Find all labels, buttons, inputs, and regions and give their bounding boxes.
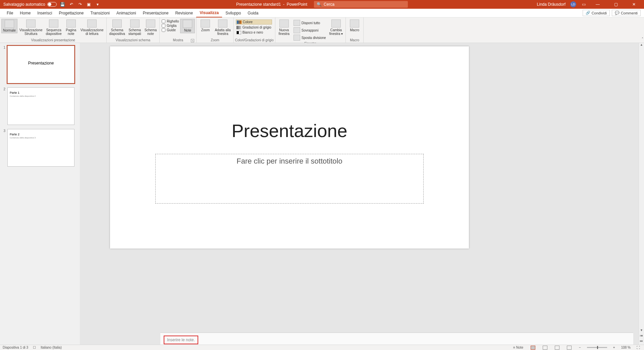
- toggle-icon: [47, 2, 57, 7]
- slide-master-button[interactable]: Schema diapositiva: [108, 19, 126, 36]
- qat-customize-icon[interactable]: ▾: [95, 2, 100, 7]
- fit-to-window-button[interactable]: Adatta alla finestra: [213, 19, 232, 36]
- avatar[interactable]: LD: [570, 1, 576, 7]
- grayscale-button[interactable]: Gradazioni di grigio: [236, 25, 272, 30]
- sorter-view-status-icon: [543, 346, 547, 350]
- normal-view-button[interactable]: Normale: [1, 19, 17, 33]
- group-label: Zoom: [198, 38, 232, 43]
- thumbnail-row: 2 Parte 1 Contenuto della diapositiva 2: [0, 87, 80, 128]
- tab-file[interactable]: File: [3, 9, 16, 17]
- accessibility-icon[interactable]: ☐: [33, 346, 36, 349]
- redo-icon[interactable]: ↷: [77, 2, 83, 7]
- tab-design[interactable]: Progettazione: [55, 9, 87, 17]
- group-label: Colori/Gradazioni di grigio: [235, 38, 274, 43]
- outline-view-button[interactable]: Visualizzazione Struttura: [18, 19, 44, 36]
- color-button[interactable]: Colore: [236, 19, 272, 25]
- search-icon: 🔍: [317, 2, 322, 7]
- group-macro: Macro Macro: [346, 17, 364, 43]
- titlebar-left: Salvataggio automatico 💾 ↶ ↷ ▣ ▾: [0, 2, 100, 7]
- next-slide-icon[interactable]: ⏭: [639, 339, 644, 345]
- comment-icon: 💬: [615, 11, 620, 15]
- thumbnail-row: 3 Parte 2 Contenuto della diapositiva 3: [0, 128, 80, 170]
- slideshow-view-status-icon: [567, 346, 572, 350]
- group-label: Visualizzazioni presentazione: [1, 38, 105, 43]
- titlebar-center: Presentazione standard1 - PowerPoint 🔍 C…: [236, 1, 408, 8]
- tab-transitions[interactable]: Transizioni: [87, 9, 113, 17]
- document-title: Presentazione standard1 - PowerPoint: [236, 2, 307, 7]
- notes-master-button[interactable]: Schema note: [143, 19, 158, 36]
- save-icon[interactable]: 💾: [60, 2, 65, 7]
- cascade-icon: [293, 27, 300, 33]
- search-input[interactable]: 🔍 Cerca: [314, 1, 408, 8]
- scroll-track[interactable]: [639, 48, 644, 329]
- handout-master-button[interactable]: Schema stampati: [127, 19, 143, 36]
- undo-icon[interactable]: ↶: [69, 2, 74, 7]
- zoom-out-button[interactable]: −: [578, 346, 582, 349]
- comments-button[interactable]: 💬Commenti: [612, 10, 641, 16]
- bw-swatch-icon: [236, 31, 241, 34]
- tab-slideshow[interactable]: Presentazione: [140, 9, 172, 17]
- share-button[interactable]: 🔗Condividi: [583, 10, 610, 16]
- scroll-up-icon[interactable]: ▲: [639, 43, 644, 48]
- tab-review[interactable]: Revisione: [172, 9, 196, 17]
- tab-developer[interactable]: Sviluppo: [222, 9, 244, 17]
- gridlines-checkbox[interactable]: Griglia: [162, 24, 179, 28]
- blackwhite-button[interactable]: Bianco e nero: [236, 30, 272, 35]
- close-button[interactable]: ✕: [627, 0, 641, 9]
- ribbon-display-icon[interactable]: ▭: [581, 2, 586, 7]
- slideshow-view-status[interactable]: [566, 346, 573, 350]
- zoom-in-button[interactable]: +: [612, 346, 616, 349]
- sorter-view-status[interactable]: [541, 346, 549, 350]
- new-window-button[interactable]: Nuova finestra: [277, 19, 291, 36]
- notes-toggle-status[interactable]: ≡Note: [512, 346, 525, 349]
- fit-slide-button[interactable]: ⛶: [635, 346, 641, 349]
- tab-animations[interactable]: Animazioni: [113, 9, 140, 17]
- slide-sorter-icon: [49, 19, 58, 28]
- zoom-button[interactable]: Zoom: [198, 19, 213, 33]
- arrange-all-button[interactable]: Disponi tutto: [293, 19, 327, 26]
- slide-counter[interactable]: Diapositiva 1 di 3: [3, 346, 28, 349]
- vertical-scrollbar[interactable]: ▲ ▼ ⏮ ⏭: [639, 43, 644, 345]
- titlebar-right: Linda Dräusdorf LD ▭ — ▢ ✕: [537, 0, 644, 9]
- language-indicator[interactable]: Italiano (Italia): [41, 346, 62, 349]
- notes-placeholder[interactable]: Inserire le note.: [164, 336, 198, 344]
- prev-slide-icon[interactable]: ⏮: [639, 334, 644, 339]
- tab-view[interactable]: Visualizza: [196, 9, 222, 17]
- cascade-button[interactable]: Sovrapponi: [293, 27, 327, 34]
- reading-view-button[interactable]: Visualizzazione di lettura: [79, 19, 105, 36]
- slide-thumbnail-2[interactable]: Parte 1 Contenuto della diapositiva 2: [7, 87, 74, 125]
- collapse-ribbon-icon[interactable]: ˄: [642, 37, 643, 41]
- tab-help[interactable]: Guida: [244, 9, 262, 17]
- present-from-start-icon[interactable]: ▣: [86, 2, 92, 7]
- tab-insert[interactable]: Inserisci: [34, 9, 55, 17]
- ruler-checkbox[interactable]: Righello: [162, 19, 179, 23]
- reading-view-status[interactable]: [553, 346, 561, 350]
- minimize-button[interactable]: —: [591, 0, 604, 9]
- dialog-launcher-icon[interactable]: ↘: [191, 39, 194, 42]
- slide-title-placeholder[interactable]: Presentazione: [110, 120, 469, 141]
- macros-button[interactable]: Macro: [347, 19, 362, 33]
- autosave-toggle[interactable]: Salvataggio automatico: [3, 2, 57, 7]
- zoom-percent[interactable]: 108 %: [621, 346, 631, 349]
- normal-view-status[interactable]: [529, 346, 537, 350]
- title-bar: Salvataggio automatico 💾 ↶ ↷ ▣ ▾ Present…: [0, 0, 644, 9]
- slide-subtitle-placeholder[interactable]: Fare clic per inserire il sottotitolo: [155, 154, 424, 204]
- guides-checkbox[interactable]: Guide: [162, 28, 179, 32]
- slide-canvas[interactable]: Presentazione Fare clic per inserire il …: [110, 46, 469, 249]
- notes-pane[interactable]: Inserire le note.: [160, 333, 633, 345]
- slide-sorter-button[interactable]: Sequenza diapositive: [45, 19, 63, 36]
- user-name[interactable]: Linda Dräusdorf: [537, 2, 566, 7]
- move-split-button[interactable]: Sposta divisione: [293, 34, 327, 41]
- slide-editor[interactable]: Presentazione Fare clic per inserire il …: [80, 43, 639, 345]
- notes-page-button[interactable]: Pagina note: [64, 19, 78, 36]
- group-show: Righello Griglia Guide Note Mostra↘: [160, 17, 197, 43]
- maximize-button[interactable]: ▢: [609, 0, 623, 9]
- tab-home[interactable]: Home: [16, 9, 34, 17]
- notes-toggle-button[interactable]: Note: [180, 19, 195, 33]
- slide-thumbnail-panel[interactable]: 1 Presentazione 2 Parte 1 Contenuto dell…: [0, 43, 80, 345]
- switch-windows-button[interactable]: Cambia finestra ▾: [328, 19, 344, 36]
- slide-thumbnail-1[interactable]: Presentazione: [7, 46, 74, 83]
- zoom-slider[interactable]: [587, 347, 607, 348]
- scroll-down-icon[interactable]: ▼: [639, 329, 644, 334]
- slide-thumbnail-3[interactable]: Parte 2 Contenuto della diapositiva 3: [7, 129, 74, 167]
